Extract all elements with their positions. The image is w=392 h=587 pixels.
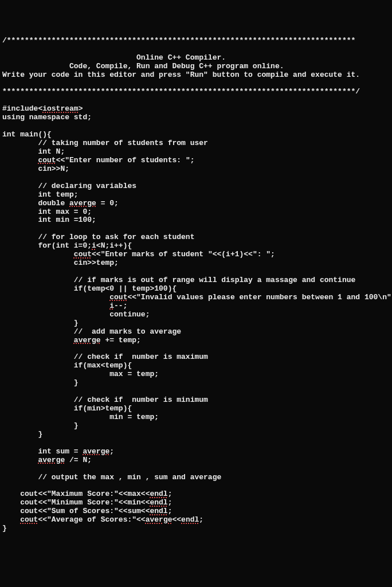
code-line: // if marks is out of range will display… <box>2 276 355 284</box>
spell-error: endl <box>150 507 167 515</box>
code-line: } <box>2 430 42 439</box>
code-line: int main(){ <box>2 130 52 139</box>
code-line: cout<<"Maximum Score:"<<max<<endl; <box>2 490 172 498</box>
code-line: for(int i=0;i<N;i++){ <box>2 241 132 250</box>
code-line: cin>>N; <box>2 165 69 173</box>
code-line: // declaring variables <box>2 182 136 190</box>
code-line: Write your code in this editor and press… <box>2 71 360 79</box>
code-line: cout<<"Invalid values please enter numbe… <box>2 293 392 302</box>
code-line: cin>>temp; <box>2 259 119 267</box>
code-line: if(temp<0 || temp>100){ <box>2 284 177 293</box>
spell-error: iostream <box>42 104 78 113</box>
code-line: double averge = 0; <box>2 199 119 208</box>
code-line: } <box>2 421 79 430</box>
code-line: // check if number is maximum <box>2 353 208 361</box>
code-line: // check if number is minimum <box>2 396 208 404</box>
spell-error: cout <box>20 515 38 524</box>
spell-error: averge <box>38 456 65 464</box>
code-line: if(max<temp){ <box>2 361 132 370</box>
code-line: min = temp; <box>2 413 159 421</box>
code-line: averge += temp; <box>2 336 141 345</box>
code-line: using namespace std; <box>2 113 92 122</box>
code-editor[interactable]: /***************************************… <box>2 37 390 533</box>
code-line: int min =100; <box>2 216 96 224</box>
code-line: int max = 0; <box>2 208 92 216</box>
code-line: int N; <box>2 147 65 156</box>
spell-error: cout <box>109 293 127 302</box>
spell-error: averge <box>69 199 96 208</box>
spell-error: endl <box>181 515 199 524</box>
code-line: // taking number of students from user <box>2 139 208 147</box>
code-line: max = temp; <box>2 370 159 378</box>
spell-error: averge <box>83 447 109 456</box>
spell-error: i <box>109 302 114 310</box>
code-line: continue; <box>2 310 150 319</box>
spell-error: averge <box>146 515 173 524</box>
spell-error: endl <box>150 490 167 498</box>
code-line: // output the max , min , sum and averag… <box>2 473 221 482</box>
code-line: /***************************************… <box>2 36 355 45</box>
spell-error: i <box>92 241 96 250</box>
code-line: int sum = averge; <box>2 447 114 456</box>
code-line: cout<<"Sum of Scores:"<<sum<<endl; <box>2 507 172 515</box>
spell-error: cout <box>38 156 56 165</box>
code-line: #include<iostream> <box>2 104 83 113</box>
code-line: if(min>temp){ <box>2 404 132 413</box>
code-line: cout<<"Enter number of students: "; <box>2 156 194 165</box>
code-line: Code, Compile, Run and Debug C++ program… <box>2 62 284 71</box>
code-line: // add marks to average <box>2 327 181 336</box>
code-line: ****************************************… <box>2 87 360 96</box>
code-line: cout<<"Enter marks of student "<<(i+1)<<… <box>2 250 275 259</box>
spell-error: cout <box>74 250 92 259</box>
code-line: } <box>2 524 7 533</box>
spell-error: averge <box>74 336 101 345</box>
code-line: int temp; <box>2 190 79 199</box>
code-line: averge /= N; <box>2 456 92 464</box>
code-line: cout<<"Minimum Score:"<<min<<endl; <box>2 498 172 507</box>
code-line: // for loop to ask for each student <box>2 233 194 241</box>
code-line: i--; <box>2 302 127 310</box>
spell-error: endl <box>150 498 167 507</box>
code-line: } <box>2 378 79 387</box>
code-line: cout<<"Average of Scores:"<<averge<<endl… <box>2 515 203 524</box>
code-line: } <box>2 319 79 327</box>
code-line: Online C++ Compiler. <box>2 53 226 62</box>
